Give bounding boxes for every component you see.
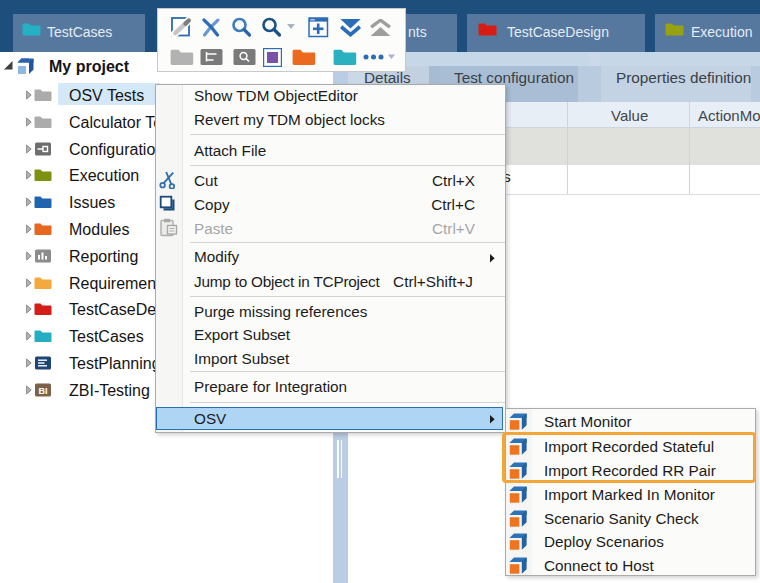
svg-text:BI: BI (39, 386, 48, 396)
